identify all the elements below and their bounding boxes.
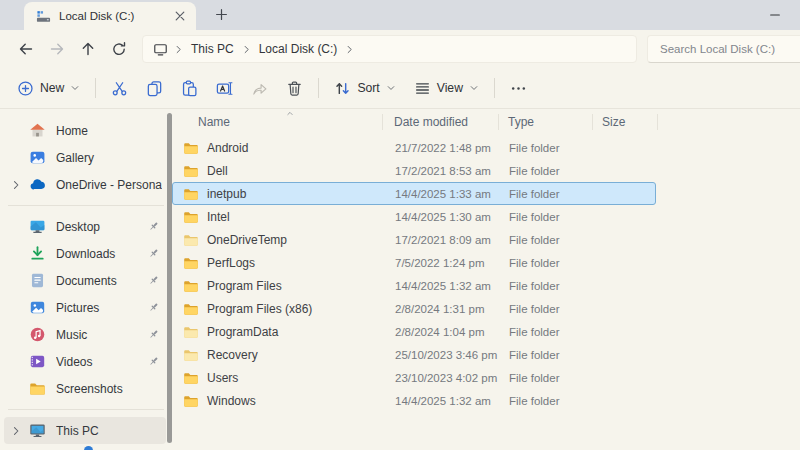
copy-button[interactable] [137, 73, 172, 103]
column-header-size[interactable]: Size [602, 115, 625, 129]
sidebar-item-icon [29, 353, 46, 370]
paste-icon [181, 80, 198, 97]
sort-ascending-caret-icon [284, 108, 296, 118]
file-date-modified: 14/4/2025 1:32 am [395, 395, 491, 407]
toolbar-separator [318, 78, 319, 98]
pin-icon [147, 274, 160, 287]
rename-icon [216, 80, 233, 97]
column-resize-handle[interactable] [657, 114, 658, 130]
file-type: File folder [509, 395, 560, 407]
chevron-right-icon[interactable] [173, 44, 184, 55]
new-tab-icon[interactable] [214, 7, 229, 22]
chevron-down-icon [386, 83, 396, 93]
sidebar-item-music[interactable]: Music [4, 321, 166, 348]
chevron-right-icon[interactable] [241, 44, 252, 55]
file-row-recovery[interactable]: Recovery 25/10/2023 3:46 pm File folder [172, 343, 656, 366]
sidebar-item-icon [29, 422, 46, 439]
file-name: Users [207, 371, 238, 385]
chevron-right-icon[interactable] [10, 425, 22, 437]
sidebar-item-icon [29, 380, 46, 397]
forward-button[interactable] [41, 34, 72, 64]
file-row-program-files-x86[interactable]: Program Files (x86) 2/8/2024 1:31 pm Fil… [172, 297, 656, 320]
copy-icon [146, 80, 163, 97]
sidebar-item-home[interactable]: Home [4, 117, 166, 144]
file-row-inetpub[interactable]: inetpub 14/4/2025 1:33 am File folder [172, 182, 656, 205]
sidebar-item-label: Music [56, 328, 144, 342]
column-header-type[interactable]: Type [508, 115, 534, 129]
refresh-button[interactable] [103, 34, 134, 64]
file-name: Intel [207, 210, 230, 224]
back-button[interactable] [10, 34, 41, 64]
tab-local-disk-c[interactable]: Local Disk (C:) [24, 2, 196, 30]
file-name: Recovery [207, 348, 258, 362]
pin-icon [147, 247, 160, 260]
file-row-perflogs[interactable]: PerfLogs 7/5/2022 1:24 pm File folder [172, 251, 656, 274]
column-resize-handle[interactable] [382, 114, 383, 130]
new-button[interactable]: New [8, 73, 89, 103]
cut-button[interactable] [102, 73, 137, 103]
rename-button[interactable] [207, 73, 242, 103]
sidebar-item-gallery[interactable]: Gallery [4, 144, 166, 171]
circle-plus-icon [17, 80, 34, 97]
file-row-users[interactable]: Users 23/10/2023 4:02 pm File folder [172, 366, 656, 389]
share-button[interactable] [242, 73, 277, 103]
file-date-modified: 14/4/2025 1:33 am [395, 188, 491, 200]
sidebar-item-screenshots[interactable]: Screenshots [4, 375, 166, 402]
sidebar-item-this-pc[interactable]: This PC [4, 417, 166, 444]
sidebar-item-downloads[interactable]: Downloads [4, 240, 166, 267]
delete-button[interactable] [277, 73, 312, 103]
file-row-dell[interactable]: Dell 17/2/2021 8:53 am File folder [172, 159, 656, 182]
file-type: File folder [509, 326, 560, 338]
chevron-right-icon[interactable] [10, 179, 22, 191]
file-row-onedrivetemp[interactable]: OneDriveTemp 17/2/2021 8:09 am File fold… [172, 228, 656, 251]
sidebar-item-label: Desktop [56, 220, 144, 234]
file-type: File folder [509, 188, 560, 200]
search-box[interactable] [647, 35, 800, 63]
up-button[interactable] [72, 34, 103, 64]
ellipsis-icon [510, 80, 527, 97]
file-date-modified: 2/8/2024 1:31 pm [395, 303, 485, 315]
file-name: inetpub [207, 187, 246, 201]
minimize-window-icon[interactable] [764, 8, 786, 22]
file-type: File folder [509, 349, 560, 361]
sidebar-item-label: OneDrive - Personal [56, 178, 162, 192]
pin-icon [147, 301, 160, 314]
search-input[interactable] [660, 43, 778, 55]
sort-button[interactable]: Sort [325, 73, 404, 103]
file-row-android[interactable]: Android 21/7/2022 1:48 pm File folder [172, 136, 656, 159]
file-type: File folder [509, 142, 560, 154]
folder-icon [183, 370, 199, 386]
back-icon [18, 41, 34, 57]
breadcrumb-item-this-pc[interactable]: This PC [185, 42, 240, 56]
column-resize-handle[interactable] [498, 114, 499, 130]
column-header-date-modified[interactable]: Date modified [394, 115, 468, 129]
see-more-button[interactable] [501, 73, 536, 103]
partially-visible-item-icon [84, 446, 93, 450]
file-row-programdata[interactable]: ProgramData 2/8/2024 1:04 pm File folder [172, 320, 656, 343]
refresh-icon [111, 41, 127, 57]
sidebar-item-videos[interactable]: Videos [4, 348, 166, 375]
sidebar-item-pictures[interactable]: Pictures [4, 294, 166, 321]
view-button[interactable]: View [405, 73, 488, 103]
navigation-bar: This PCLocal Disk (C:) [0, 30, 800, 68]
breadcrumb[interactable]: This PCLocal Disk (C:) [142, 35, 637, 63]
pin-icon [147, 220, 160, 233]
breadcrumb-item-local-disk-c[interactable]: Local Disk (C:) [253, 42, 344, 56]
sidebar-item-documents[interactable]: Documents [4, 267, 166, 294]
file-row-program-files[interactable]: Program Files 14/4/2025 1:32 am File fol… [172, 274, 656, 297]
navigation-pane: Home Gallery OneDrive - Personal Desktop… [0, 109, 172, 450]
chevron-right-icon[interactable] [344, 44, 355, 55]
close-tab-icon[interactable] [172, 8, 188, 24]
file-type: File folder [509, 372, 560, 384]
forward-icon [49, 41, 65, 57]
sidebar-item-desktop[interactable]: Desktop [4, 213, 166, 240]
column-resize-handle[interactable] [592, 114, 593, 130]
file-row-windows[interactable]: Windows 14/4/2025 1:32 am File folder [172, 389, 656, 412]
folder-icon [183, 232, 199, 248]
file-row-intel[interactable]: Intel 14/4/2025 1:30 am File folder [172, 205, 656, 228]
sidebar-item-onedrive-personal[interactable]: OneDrive - Personal [4, 171, 166, 198]
sidebar-item-icon [29, 149, 46, 166]
column-header-name[interactable]: Name [198, 115, 230, 129]
paste-button[interactable] [172, 73, 207, 103]
folder-icon [183, 278, 199, 294]
